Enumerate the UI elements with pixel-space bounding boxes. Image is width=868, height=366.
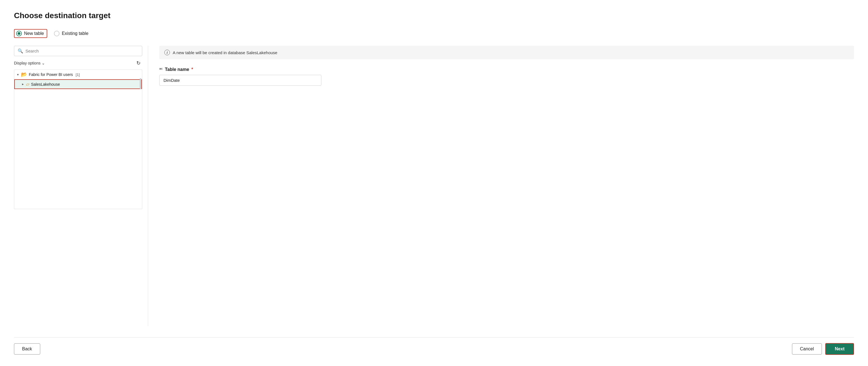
info-message: A new table will be created in database … [173,50,277,55]
radio-existing-table-label: Existing table [62,31,88,36]
refresh-button[interactable]: ↻ [135,60,142,67]
radio-new-table[interactable]: New table [14,29,47,38]
workspace-item[interactable]: ▼ 📂 Fabric for Power BI users [1] [14,70,142,79]
chevron-down-icon: ⌄ [42,61,45,65]
expand-lakehouse-icon: ► [22,82,24,86]
search-input[interactable] [25,48,138,53]
search-box[interactable]: 🔍 [14,46,142,56]
info-banner: i A new table will be created in databas… [159,46,854,59]
workspace-name: Fabric for Power BI users [29,72,73,77]
display-options-row: Display options ⌄ ↻ [14,60,142,67]
radio-existing-table[interactable]: Existing table [54,31,88,36]
search-icon: 🔍 [18,48,23,54]
radio-existing-table-circle [54,31,60,36]
tree-container: ▼ 📂 Fabric for Power BI users [1] ► ▱ Sa… [14,69,142,209]
lakehouse-icon: ▱ [26,81,29,87]
expand-workspace-icon: ▼ [17,73,19,76]
footer: Back Cancel Next [14,337,854,355]
main-content: 🔍 Display options ⌄ ↻ ▼ 📂 Fabric for Pow… [14,46,854,326]
ab-icon: ᵃᶜ [159,67,163,72]
radio-group: New table Existing table [14,29,854,38]
cancel-button[interactable]: Cancel [792,343,822,355]
next-button[interactable]: Next [825,343,854,355]
left-panel: 🔍 Display options ⌄ ↻ ▼ 📂 Fabric for Pow… [14,46,148,326]
scrollbar[interactable] [140,78,142,89]
required-indicator: * [191,67,193,72]
lakehouse-item[interactable]: ► ▱ SalesLakehouse [14,79,142,89]
back-button[interactable]: Back [14,343,40,355]
radio-new-table-label: New table [24,31,44,36]
radio-new-table-circle [16,31,22,36]
table-name-input[interactable] [159,75,321,86]
table-name-label-text: Table name [165,67,189,72]
right-panel: i A new table will be created in databas… [148,46,854,326]
display-options-label: Display options [14,61,40,65]
table-name-label-row: ᵃᶜ Table name * [159,67,854,72]
lakehouse-name: SalesLakehouse [31,82,60,87]
workspace-folder-icon: 📂 [21,71,27,78]
display-options-button[interactable]: Display options ⌄ [14,60,45,66]
page-title: Choose destination target [14,11,854,20]
info-icon: i [164,50,170,55]
workspace-badge: [1] [76,73,80,77]
footer-right: Cancel Next [792,343,854,355]
